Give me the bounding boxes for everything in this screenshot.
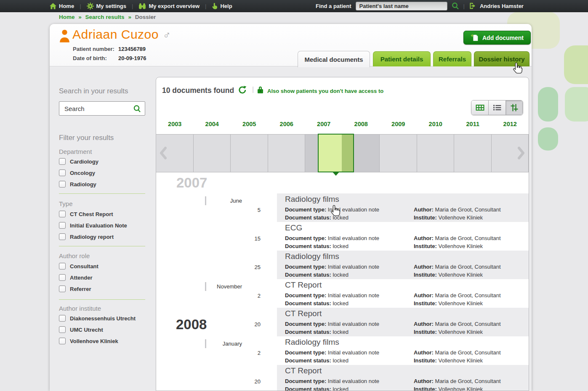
list-view-button[interactable]	[489, 100, 506, 115]
filter-option-label: Vollenhove Kliniek	[70, 338, 118, 344]
timeline-cell-2010[interactable]	[417, 135, 455, 172]
nav-item-my-export-overview[interactable]: My export overview	[138, 3, 200, 9]
tab-medical-documents[interactable]: Medical documents	[298, 51, 370, 67]
document-title[interactable]: Radiology films	[285, 195, 339, 204]
timeline-selection-range[interactable]	[318, 134, 354, 172]
checkbox[interactable]	[59, 181, 66, 188]
month-label: November	[202, 283, 242, 290]
filter-option-label: CT Chest Report	[70, 211, 113, 217]
timeline-year-2010[interactable]: 2010	[417, 121, 455, 132]
checkbox[interactable]	[59, 169, 66, 176]
document-title[interactable]: Radiology films	[285, 252, 339, 261]
timeline-year-2012[interactable]: 2012	[492, 121, 529, 132]
sidebar-divider	[59, 299, 145, 300]
grid-view-button[interactable]	[471, 100, 489, 115]
nav-item-label: My export overview	[149, 3, 200, 9]
document-row[interactable]: 200820CT ReportDocument type: Initial ev…	[156, 308, 529, 336]
document-row[interactable]: June5Radiology filmsDocument type: Initi…	[156, 193, 529, 222]
decorative-blob	[538, 87, 558, 122]
document-row[interactable]: 20CT ReportDocument type: Initial evalua…	[156, 365, 529, 391]
document-row[interactable]: 25Radiology filmsDocument type: Initial …	[156, 251, 529, 279]
timeline-year-2009[interactable]: 2009	[380, 121, 417, 132]
timeline-cell-2005[interactable]	[231, 135, 268, 172]
help-hand-icon	[212, 3, 218, 10]
show-no-access-patients-toggle[interactable]: Also show patients you don't have access…	[267, 88, 383, 94]
tab-patient-details[interactable]: Patient details	[373, 51, 431, 66]
document-title[interactable]: CT Report	[285, 280, 322, 290]
timeline-view-button[interactable]	[506, 100, 523, 115]
add-document-button[interactable]: Add document	[463, 31, 531, 45]
document-row[interactable]: January2Radiology filmsDocument type: In…	[156, 336, 529, 365]
timeline-year-2007[interactable]: 2007	[305, 121, 343, 132]
timeline-year-2006[interactable]: 2006	[268, 121, 306, 132]
checkbox[interactable]	[59, 274, 66, 281]
timeline-cell-2011[interactable]	[454, 135, 492, 172]
checkbox[interactable]	[59, 211, 66, 217]
checkbox[interactable]	[59, 285, 66, 292]
filter-option-radiology[interactable]: Radiology	[59, 181, 96, 188]
timeline-year-2005[interactable]: 2005	[231, 121, 268, 132]
timeline-cell-2004[interactable]	[194, 135, 231, 172]
filter-option-umc-utrecht[interactable]: UMC Utrecht	[59, 326, 103, 333]
filter-option-ct-chest-report[interactable]: CT Chest Report	[59, 211, 113, 217]
checkbox[interactable]	[59, 263, 66, 269]
filter-option-attender[interactable]: Attender	[59, 274, 92, 281]
nav-item-help[interactable]: Help	[212, 3, 232, 10]
filter-option-label: Attender	[70, 275, 92, 281]
timeline-cell-2006[interactable]	[268, 135, 306, 172]
document-title[interactable]: CT Report	[285, 309, 322, 318]
tab-dossier-history[interactable]: Dossier history	[474, 51, 529, 66]
timeline-year-2003[interactable]: 2003	[156, 121, 194, 132]
document-title[interactable]: ECG	[285, 223, 302, 232]
refresh-icon[interactable]	[238, 85, 247, 96]
field-value: locked	[333, 214, 349, 221]
tab-referrals[interactable]: Referrals	[433, 51, 471, 66]
timeline-year-2008[interactable]: 2008	[343, 121, 380, 132]
sidebar-filter-heading: Filter your results	[59, 134, 114, 142]
nav-item-my-settings[interactable]: My settings	[87, 3, 127, 10]
filter-option-consultant[interactable]: Consultant	[59, 263, 98, 269]
nav-item-home[interactable]: Home	[50, 3, 74, 9]
patient-search-input[interactable]	[356, 2, 447, 11]
filter-option-referrer[interactable]: Referrer	[59, 285, 91, 292]
checkbox[interactable]	[59, 315, 66, 322]
field-label: Author:	[414, 349, 434, 356]
day-label: 20	[245, 378, 261, 385]
checkbox[interactable]	[59, 338, 66, 344]
filter-option-initial-evaluation-note[interactable]: Initial Evaluation Note	[59, 222, 127, 229]
selection-notch	[332, 172, 340, 176]
checkbox[interactable]	[59, 326, 66, 333]
document-row[interactable]: 15ECGDocument type: Initial evaluation n…	[156, 222, 529, 251]
day-label: 25	[245, 264, 261, 270]
document-title[interactable]: Radiology films	[285, 338, 339, 347]
user-name[interactable]: Andries Hamster	[480, 3, 524, 9]
filter-option-oncology[interactable]: Oncology	[59, 169, 95, 176]
timeline-cell-2009[interactable]	[380, 135, 417, 172]
checkbox[interactable]	[59, 158, 66, 165]
filter-option-cardiology[interactable]: Cardiology	[59, 158, 98, 165]
document-row[interactable]: November2CT ReportDocument type: Initial…	[156, 279, 529, 308]
filter-option-radiology-report[interactable]: Radiology report	[59, 233, 114, 240]
documents-found-count: 10 documents found	[162, 86, 234, 95]
magnifier-icon[interactable]	[133, 105, 141, 113]
timeline-scroll-right-icon[interactable]	[516, 146, 526, 161]
timeline-year-2004[interactable]: 2004	[194, 121, 231, 132]
timeline-year-2011[interactable]: 2011	[454, 121, 492, 132]
search-icon[interactable]	[452, 2, 459, 10]
timeline-scroll-left-icon[interactable]	[159, 146, 168, 161]
breadcrumb-search-results-link[interactable]: Search results	[85, 14, 125, 20]
checkbox[interactable]	[59, 222, 66, 229]
filter-option-diakonessenhuis-utrecht[interactable]: Diakonessenhuis Utrecht	[59, 315, 136, 322]
field-label: Author:	[414, 206, 434, 213]
field-value: locked	[333, 272, 349, 278]
checkbox[interactable]	[59, 233, 66, 240]
filter-option-label: Referrer	[70, 286, 91, 292]
filter-group-title-department: Department	[59, 148, 92, 155]
list-view-icon	[493, 104, 501, 111]
breadcrumb-home-link[interactable]: Home	[59, 14, 75, 20]
logout-icon[interactable]	[469, 2, 476, 10]
document-title[interactable]: CT Report	[285, 366, 322, 375]
filter-option-vollenhove-kliniek[interactable]: Vollenhove Kliniek	[59, 338, 118, 344]
breadcrumb: Home » Search results » Dossier	[59, 14, 156, 20]
sidebar-search-input[interactable]	[64, 105, 133, 113]
